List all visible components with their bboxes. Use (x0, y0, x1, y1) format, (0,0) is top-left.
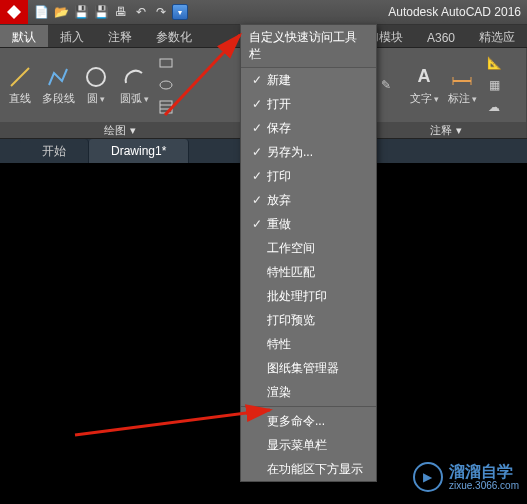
watermark: ▶ 溜溜自学 zixue.3066.com (413, 462, 519, 492)
menu-item-redo[interactable]: ✓重做 (241, 212, 376, 236)
menu-item-sheetset[interactable]: 图纸集管理器 (241, 356, 376, 380)
svg-line-0 (11, 68, 29, 86)
menu-item-matchprop[interactable]: 特性匹配 (241, 260, 376, 284)
qat-customize-menu: 自定义快速访问工具栏 ✓新建 ✓打开 ✓保存 ✓另存为... ✓打印 ✓放弃 ✓… (240, 24, 377, 482)
watermark-url: zixue.3066.com (449, 480, 519, 491)
doc-tab-drawing1[interactable]: Drawing1* (89, 139, 189, 163)
check-icon: ✓ (247, 145, 267, 159)
tool-arc[interactable]: 圆弧 (118, 65, 150, 106)
open-icon[interactable]: 📂 (52, 3, 70, 21)
titlebar: 📄 📂 💾 💾 🖶 ↶ ↷ ▾ Autodesk AutoCAD 2016 (0, 0, 527, 25)
tool-circle[interactable]: 圆 (80, 65, 112, 106)
menu-item-save[interactable]: ✓保存 (241, 116, 376, 140)
menu-item-render[interactable]: 渲染 (241, 380, 376, 404)
check-icon: ✓ (247, 73, 267, 87)
tool-rect-icon[interactable] (156, 53, 176, 73)
menu-item-belowribbon[interactable]: 在功能区下方显示 (241, 457, 376, 481)
new-icon[interactable]: 📄 (32, 3, 50, 21)
panel-annotate: ✎ A 文字 标注 📐 ▦ ☁ 注释 ▾ (366, 48, 527, 138)
tool-hatch-icon[interactable] (156, 97, 176, 117)
play-icon: ▶ (413, 462, 443, 492)
menu-item-batchplot[interactable]: 批处理打印 (241, 284, 376, 308)
menu-item-more[interactable]: 更多命令... (241, 409, 376, 433)
panel-draw-title[interactable]: 绘图 ▾ (0, 122, 240, 138)
undo-icon[interactable]: ↶ (132, 3, 150, 21)
menu-item-showmenubar[interactable]: 显示菜单栏 (241, 433, 376, 457)
watermark-title: 溜溜自学 (449, 463, 519, 481)
svg-rect-2 (160, 59, 172, 67)
check-icon: ✓ (247, 169, 267, 183)
quick-access-toolbar: 📄 📂 💾 💾 🖶 ↶ ↷ ▾ (28, 3, 192, 21)
ribbon-tab-annotate[interactable]: 注释 (96, 25, 144, 47)
ribbon-tab-a360[interactable]: A360 (415, 25, 467, 47)
svg-point-3 (160, 81, 172, 89)
menu-header: 自定义快速访问工具栏 (241, 25, 376, 68)
tool-dimension[interactable]: 标注 (446, 65, 478, 106)
menu-item-properties[interactable]: 特性 (241, 332, 376, 356)
svg-point-1 (87, 68, 105, 86)
check-icon: ✓ (247, 97, 267, 111)
menu-item-saveas[interactable]: ✓另存为... (241, 140, 376, 164)
menu-item-workspace[interactable]: 工作空间 (241, 236, 376, 260)
tool-ellipse-icon[interactable] (156, 75, 176, 95)
tool-leader-icon[interactable]: 📐 (484, 53, 504, 73)
qat-customize-dropdown[interactable]: ▾ (172, 4, 188, 20)
tool-line[interactable]: 直线 (4, 65, 36, 106)
check-icon: ✓ (247, 121, 267, 135)
tool-table-icon[interactable]: ▦ (484, 75, 504, 95)
ribbon-tab-default[interactable]: 默认 (0, 25, 48, 47)
menu-item-preview[interactable]: 打印预览 (241, 308, 376, 332)
ribbon-tab-parametric[interactable]: 参数化 (144, 25, 204, 47)
panel-annotate-title[interactable]: 注释 ▾ (366, 122, 526, 138)
check-icon: ✓ (247, 193, 267, 207)
app-logo[interactable] (0, 0, 28, 24)
text-icon: A (412, 65, 436, 89)
saveas-icon[interactable]: 💾 (92, 3, 110, 21)
pencil-icon: ✎ (374, 73, 398, 97)
redo-icon[interactable]: ↷ (152, 3, 170, 21)
tool-text[interactable]: A 文字 (408, 65, 440, 106)
tool-polyline[interactable]: 多段线 (42, 65, 74, 106)
check-icon: ✓ (247, 217, 267, 231)
doc-tab-start[interactable]: 开始 (20, 139, 89, 163)
window-title: Autodesk AutoCAD 2016 (192, 5, 527, 19)
panel-draw: 直线 多段线 圆 圆弧 绘图 ▾ (0, 48, 241, 138)
ribbon-tab-featured[interactable]: 精选应 (467, 25, 527, 47)
tool-cloud-icon[interactable]: ☁ (484, 97, 504, 117)
menu-separator (241, 406, 376, 407)
ribbon-tab-insert[interactable]: 插入 (48, 25, 96, 47)
menu-item-print[interactable]: ✓打印 (241, 164, 376, 188)
print-icon[interactable]: 🖶 (112, 3, 130, 21)
menu-item-open[interactable]: ✓打开 (241, 92, 376, 116)
menu-item-new[interactable]: ✓新建 (241, 68, 376, 92)
save-icon[interactable]: 💾 (72, 3, 90, 21)
menu-item-undo[interactable]: ✓放弃 (241, 188, 376, 212)
svg-rect-4 (160, 101, 172, 113)
